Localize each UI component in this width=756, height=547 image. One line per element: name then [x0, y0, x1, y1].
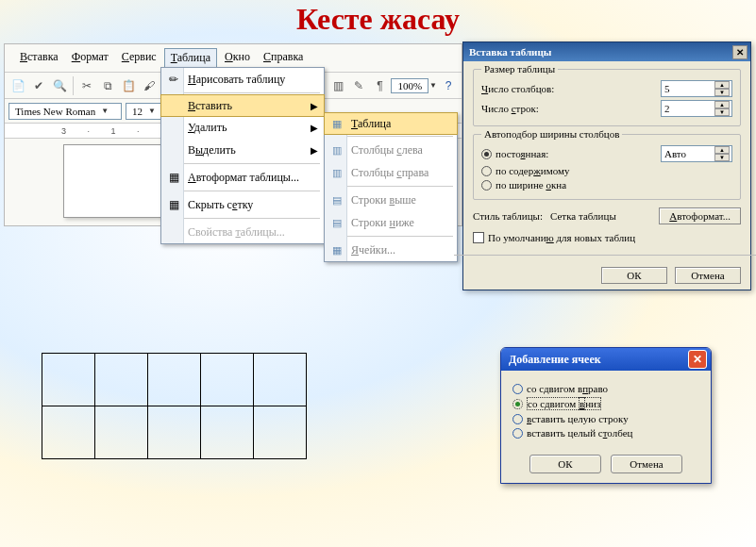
submenu-item[interactable]: ▥Столбцы слева — [325, 139, 457, 161]
submenu-icon: ▤ — [328, 191, 345, 208]
cancel-button[interactable]: Отмена — [611, 455, 682, 473]
default-checkbox[interactable]: По умолчанию для новых таблиц — [473, 232, 741, 243]
radio-option[interactable]: со сдвигом вправо — [512, 383, 699, 394]
format-painter-icon[interactable]: 🖌 — [140, 76, 159, 95]
menu-сервис[interactable]: Сервис — [116, 48, 162, 68]
menu-item[interactable]: Выделить▶ — [161, 139, 324, 161]
drawing-icon[interactable]: ✎ — [349, 76, 368, 95]
page-title: Кесте жасау — [0, 0, 756, 36]
paste-icon[interactable]: 📋 — [119, 76, 138, 95]
spellcheck-icon[interactable]: ✔ — [29, 76, 48, 95]
submenu-icon: ▦ — [328, 115, 345, 132]
close-icon[interactable]: ✕ — [732, 45, 748, 59]
radio-option[interactable]: вставить целую строку — [512, 413, 699, 424]
cut-icon[interactable]: ✂ — [77, 76, 96, 95]
menu-icon: ▦ — [165, 196, 182, 213]
table-style-value: Сетка таблицы — [550, 210, 616, 222]
research-icon[interactable]: 🔍 — [50, 76, 69, 95]
menu-icon: ✏ — [165, 71, 182, 88]
ok-button[interactable]: ОК — [601, 267, 667, 284]
dialog-titlebar: Добавление ячеек ✕ — [501, 348, 711, 371]
table-size-group: Размер таблицы Число столбцов: ▲▼ Число … — [473, 69, 741, 126]
add-cells-dialog: Добавление ячеек ✕ со сдвигом вправосо с… — [500, 347, 712, 484]
autofit-group: Автоподбор ширины столбцов постоянная: ▲… — [473, 134, 741, 200]
width-spinner[interactable]: ▲▼ — [661, 145, 732, 162]
radio-option[interactable]: со сдвигом вниз — [512, 397, 699, 410]
submenu-item[interactable]: ▤Строки ниже — [325, 211, 457, 234]
columns-label: Число столбцов: — [481, 83, 661, 94]
radio-by-content[interactable]: по содержимому — [481, 165, 732, 176]
menu-справка[interactable]: Справка — [258, 48, 309, 68]
rows-label: Число строк: — [481, 103, 661, 114]
submenu-icon: ▥ — [328, 141, 345, 158]
submenu-icon: ▤ — [328, 214, 345, 231]
radio-fixed[interactable]: постоянная: — [481, 148, 548, 159]
submenu-icon: ▦ — [328, 241, 345, 258]
rows-spinner[interactable]: ▲▼ — [661, 100, 732, 117]
spin-up-icon[interactable]: ▲ — [714, 146, 730, 154]
copy-icon[interactable]: ⧉ — [98, 76, 117, 95]
spin-down-icon[interactable]: ▼ — [714, 108, 730, 116]
table-style-label: Стиль таблицы: — [473, 210, 543, 222]
dialog-titlebar: Вставка таблицы ✕ — [463, 42, 750, 61]
menu-item: Свойства таблицы... — [161, 221, 324, 243]
font-name-combo[interactable]: Times New Roman▼ — [8, 103, 122, 120]
menu-icon: ▦ — [165, 169, 182, 186]
columns-spinner[interactable]: ▲▼ — [661, 80, 732, 97]
autoformat-button[interactable]: Автоформат... — [659, 207, 741, 224]
spin-up-icon[interactable]: ▲ — [714, 101, 730, 108]
sample-table — [42, 353, 307, 459]
submenu-item[interactable]: ▥Столбцы справа — [325, 161, 457, 184]
close-icon[interactable]: ✕ — [688, 350, 707, 369]
para-icon[interactable]: ¶ — [370, 76, 389, 95]
radio-by-window[interactable]: по ширине окна — [481, 179, 732, 191]
insert-table-dialog: Вставка таблицы ✕ Размер таблицы Число с… — [462, 41, 751, 290]
menu-item[interactable]: Вставить▶ — [160, 94, 325, 117]
submenu-item[interactable]: ▦Таблица — [324, 112, 458, 135]
menu-окно[interactable]: Окно — [219, 48, 256, 68]
menu-item[interactable]: ▦Скрыть сетку — [161, 193, 324, 216]
cancel-button[interactable]: Отмена — [675, 267, 741, 284]
table-menu-dropdown: ✏Нарисовать таблицуВставить▶Удалить▶Выде… — [160, 67, 325, 244]
menu-вставка[interactable]: Вставка — [14, 48, 64, 68]
spin-down-icon[interactable]: ▼ — [714, 89, 730, 96]
submenu-item[interactable]: ▦Ячейки... — [325, 239, 457, 261]
insert-submenu: ▦Таблица▥Столбцы слева▥Столбцы справа▤Ст… — [324, 112, 458, 262]
new-icon[interactable]: 📄 — [8, 76, 27, 95]
menu-item[interactable]: ✏Нарисовать таблицу — [161, 68, 324, 91]
ok-button[interactable]: ОК — [529, 455, 601, 473]
menu-таблица[interactable]: Таблица — [164, 48, 217, 68]
menu-item[interactable]: Удалить▶ — [161, 116, 324, 139]
columns-icon[interactable]: ▥ — [328, 76, 347, 95]
spin-down-icon[interactable]: ▼ — [714, 154, 730, 161]
zoom-combo[interactable]: 100%▼ — [391, 78, 437, 93]
submenu-item[interactable]: ▤Строки выше — [325, 189, 457, 211]
radio-option[interactable]: вставить целый столбец — [512, 427, 699, 439]
submenu-icon: ▥ — [328, 164, 345, 181]
menu-формат[interactable]: Формат — [66, 48, 114, 68]
spin-up-icon[interactable]: ▲ — [714, 81, 730, 89]
help-icon[interactable]: ? — [439, 76, 458, 95]
word-window: ВставкаФорматСервисТаблицаОкноСправка 📄 … — [4, 43, 462, 226]
menu-item[interactable]: ▦Автоформат таблицы... — [161, 166, 324, 189]
